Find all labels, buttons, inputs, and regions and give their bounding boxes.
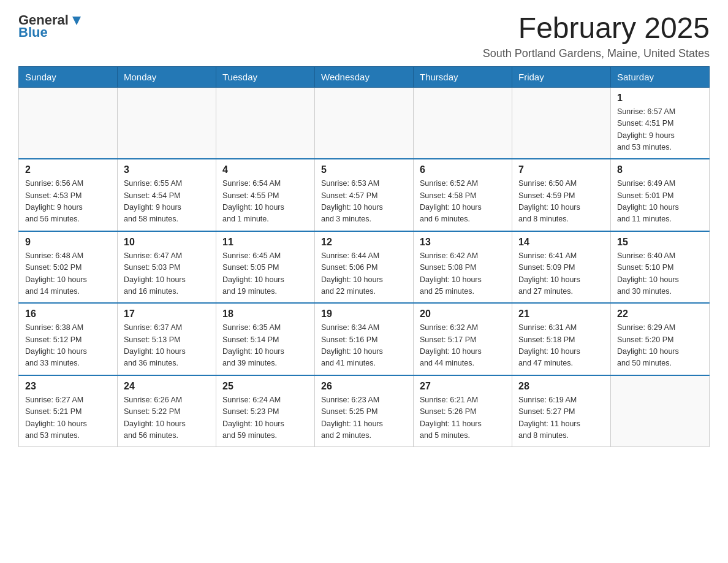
day-number: 3 xyxy=(124,164,210,175)
logo-blue-text: Blue xyxy=(18,25,48,40)
calendar-cell: 14Sunrise: 6:41 AM Sunset: 5:09 PM Dayli… xyxy=(512,231,611,304)
day-info: Sunrise: 6:32 AM Sunset: 5:17 PM Dayligh… xyxy=(420,322,506,370)
day-info: Sunrise: 6:21 AM Sunset: 5:26 PM Dayligh… xyxy=(420,394,506,442)
calendar-cell: 26Sunrise: 6:23 AM Sunset: 5:25 PM Dayli… xyxy=(315,375,414,447)
calendar-cell: 7Sunrise: 6:50 AM Sunset: 4:59 PM Daylig… xyxy=(512,159,611,231)
day-number: 8 xyxy=(617,164,703,175)
day-number: 14 xyxy=(518,237,604,248)
calendar-cell: 12Sunrise: 6:44 AM Sunset: 5:06 PM Dayli… xyxy=(315,231,414,304)
calendar-header-wednesday: Wednesday xyxy=(315,66,414,87)
day-number: 9 xyxy=(25,237,111,248)
calendar-cell: 27Sunrise: 6:21 AM Sunset: 5:26 PM Dayli… xyxy=(414,375,512,447)
calendar-cell: 19Sunrise: 6:34 AM Sunset: 5:16 PM Dayli… xyxy=(315,303,414,375)
day-number: 1 xyxy=(617,93,703,104)
calendar-cell xyxy=(315,87,414,159)
day-number: 19 xyxy=(321,308,407,320)
calendar-cell xyxy=(414,87,512,159)
day-number: 27 xyxy=(420,381,506,392)
day-info: Sunrise: 6:44 AM Sunset: 5:06 PM Dayligh… xyxy=(321,250,407,298)
day-info: Sunrise: 6:48 AM Sunset: 5:02 PM Dayligh… xyxy=(25,250,111,298)
calendar-header-saturday: Saturday xyxy=(611,66,710,87)
day-info: Sunrise: 6:26 AM Sunset: 5:22 PM Dayligh… xyxy=(124,394,210,442)
day-info: Sunrise: 6:41 AM Sunset: 5:09 PM Dayligh… xyxy=(518,250,604,298)
day-number: 26 xyxy=(321,381,407,392)
calendar-cell: 20Sunrise: 6:32 AM Sunset: 5:17 PM Dayli… xyxy=(414,303,512,375)
day-number: 10 xyxy=(124,237,210,248)
calendar-week-row: 9Sunrise: 6:48 AM Sunset: 5:02 PM Daylig… xyxy=(19,231,710,304)
calendar-table: SundayMondayTuesdayWednesdayThursdayFrid… xyxy=(18,66,710,448)
calendar-cell: 21Sunrise: 6:31 AM Sunset: 5:18 PM Dayli… xyxy=(512,303,611,375)
svg-marker-0 xyxy=(72,17,81,25)
calendar-cell: 9Sunrise: 6:48 AM Sunset: 5:02 PM Daylig… xyxy=(19,231,118,304)
calendar-cell: 6Sunrise: 6:52 AM Sunset: 4:58 PM Daylig… xyxy=(414,159,512,231)
day-info: Sunrise: 6:57 AM Sunset: 4:51 PM Dayligh… xyxy=(617,106,703,154)
calendar-cell: 5Sunrise: 6:53 AM Sunset: 4:57 PM Daylig… xyxy=(315,159,414,231)
calendar-week-row: 1Sunrise: 6:57 AM Sunset: 4:51 PM Daylig… xyxy=(19,87,710,159)
day-number: 24 xyxy=(124,381,210,392)
day-number: 23 xyxy=(25,381,111,392)
calendar-cell: 22Sunrise: 6:29 AM Sunset: 5:20 PM Dayli… xyxy=(611,303,710,375)
calendar-header-tuesday: Tuesday xyxy=(216,66,315,87)
calendar-cell: 24Sunrise: 6:26 AM Sunset: 5:22 PM Dayli… xyxy=(118,375,216,447)
day-info: Sunrise: 6:24 AM Sunset: 5:23 PM Dayligh… xyxy=(222,394,308,442)
calendar-cell: 1Sunrise: 6:57 AM Sunset: 4:51 PM Daylig… xyxy=(611,87,710,159)
calendar-cell: 23Sunrise: 6:27 AM Sunset: 5:21 PM Dayli… xyxy=(19,375,118,447)
day-info: Sunrise: 6:45 AM Sunset: 5:05 PM Dayligh… xyxy=(222,250,308,298)
calendar-cell: 4Sunrise: 6:54 AM Sunset: 4:55 PM Daylig… xyxy=(216,159,315,231)
day-number: 12 xyxy=(321,237,407,248)
calendar-cell: 18Sunrise: 6:35 AM Sunset: 5:14 PM Dayli… xyxy=(216,303,315,375)
calendar-header-monday: Monday xyxy=(118,66,216,87)
calendar-week-row: 2Sunrise: 6:56 AM Sunset: 4:53 PM Daylig… xyxy=(19,159,710,231)
calendar-cell: 11Sunrise: 6:45 AM Sunset: 5:05 PM Dayli… xyxy=(216,231,315,304)
calendar-header-sunday: Sunday xyxy=(19,66,118,87)
day-info: Sunrise: 6:42 AM Sunset: 5:08 PM Dayligh… xyxy=(420,250,506,298)
logo: General Blue xyxy=(18,12,83,40)
day-info: Sunrise: 6:35 AM Sunset: 5:14 PM Dayligh… xyxy=(222,322,308,370)
day-number: 5 xyxy=(321,164,407,175)
day-number: 16 xyxy=(25,308,111,320)
day-number: 18 xyxy=(222,308,308,320)
day-info: Sunrise: 6:55 AM Sunset: 4:54 PM Dayligh… xyxy=(124,178,210,226)
calendar-cell: 16Sunrise: 6:38 AM Sunset: 5:12 PM Dayli… xyxy=(19,303,118,375)
calendar-week-row: 23Sunrise: 6:27 AM Sunset: 5:21 PM Dayli… xyxy=(19,375,710,447)
calendar-header-thursday: Thursday xyxy=(414,66,512,87)
day-number: 7 xyxy=(518,164,604,175)
calendar-cell: 28Sunrise: 6:19 AM Sunset: 5:27 PM Dayli… xyxy=(512,375,611,447)
logo-triangle-icon xyxy=(70,14,83,28)
day-info: Sunrise: 6:23 AM Sunset: 5:25 PM Dayligh… xyxy=(321,394,407,442)
month-title: February 2025 xyxy=(483,12,710,45)
day-info: Sunrise: 6:38 AM Sunset: 5:12 PM Dayligh… xyxy=(25,322,111,370)
calendar-week-row: 16Sunrise: 6:38 AM Sunset: 5:12 PM Dayli… xyxy=(19,303,710,375)
day-info: Sunrise: 6:52 AM Sunset: 4:58 PM Dayligh… xyxy=(420,178,506,226)
day-info: Sunrise: 6:29 AM Sunset: 5:20 PM Dayligh… xyxy=(617,322,703,370)
day-info: Sunrise: 6:50 AM Sunset: 4:59 PM Dayligh… xyxy=(518,178,604,226)
day-number: 11 xyxy=(222,237,308,248)
calendar-cell: 17Sunrise: 6:37 AM Sunset: 5:13 PM Dayli… xyxy=(118,303,216,375)
calendar-header-row: SundayMondayTuesdayWednesdayThursdayFrid… xyxy=(19,66,710,87)
day-number: 17 xyxy=(124,308,210,320)
calendar-cell xyxy=(216,87,315,159)
day-info: Sunrise: 6:47 AM Sunset: 5:03 PM Dayligh… xyxy=(124,250,210,298)
location-subtitle: South Portland Gardens, Maine, United St… xyxy=(483,47,710,60)
calendar-cell xyxy=(512,87,611,159)
day-number: 21 xyxy=(518,308,604,320)
day-number: 15 xyxy=(617,237,703,248)
calendar-cell xyxy=(118,87,216,159)
calendar-cell: 15Sunrise: 6:40 AM Sunset: 5:10 PM Dayli… xyxy=(611,231,710,304)
day-info: Sunrise: 6:19 AM Sunset: 5:27 PM Dayligh… xyxy=(518,394,604,442)
day-info: Sunrise: 6:40 AM Sunset: 5:10 PM Dayligh… xyxy=(617,250,703,298)
calendar-cell xyxy=(19,87,118,159)
day-info: Sunrise: 6:27 AM Sunset: 5:21 PM Dayligh… xyxy=(25,394,111,442)
day-number: 22 xyxy=(617,308,703,320)
calendar-cell: 25Sunrise: 6:24 AM Sunset: 5:23 PM Dayli… xyxy=(216,375,315,447)
calendar-cell: 3Sunrise: 6:55 AM Sunset: 4:54 PM Daylig… xyxy=(118,159,216,231)
day-number: 28 xyxy=(518,381,604,392)
day-number: 4 xyxy=(222,164,308,175)
day-info: Sunrise: 6:31 AM Sunset: 5:18 PM Dayligh… xyxy=(518,322,604,370)
day-number: 6 xyxy=(420,164,506,175)
page-header: General Blue February 2025 South Portlan… xyxy=(18,12,710,60)
day-number: 13 xyxy=(420,237,506,248)
day-info: Sunrise: 6:37 AM Sunset: 5:13 PM Dayligh… xyxy=(124,322,210,370)
calendar-header-friday: Friday xyxy=(512,66,611,87)
calendar-cell: 2Sunrise: 6:56 AM Sunset: 4:53 PM Daylig… xyxy=(19,159,118,231)
